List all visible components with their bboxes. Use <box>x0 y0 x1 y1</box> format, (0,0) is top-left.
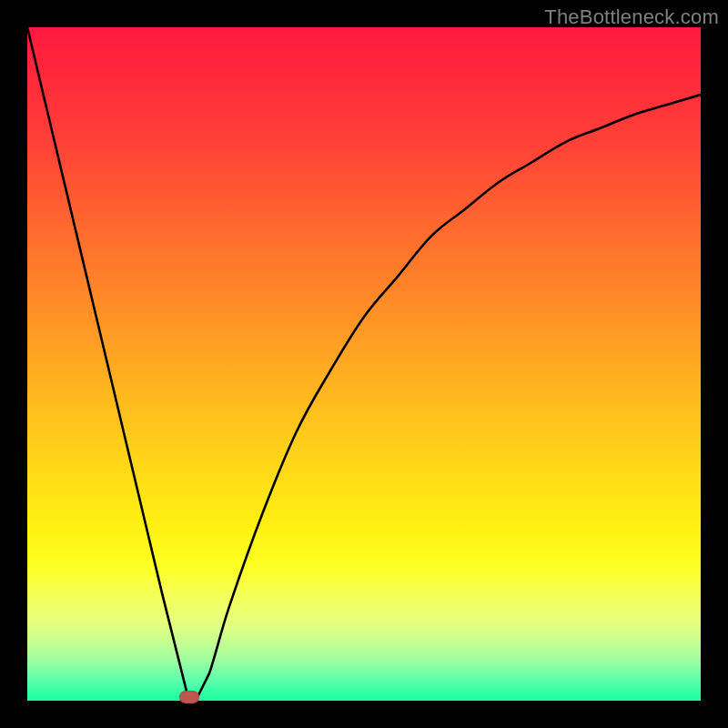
watermark-text: TheBottleneck.com <box>544 5 719 29</box>
minimum-marker <box>179 691 199 703</box>
bottleneck-curve <box>27 27 701 701</box>
plot-area <box>27 27 701 701</box>
chart-frame: TheBottleneck.com <box>0 0 728 728</box>
